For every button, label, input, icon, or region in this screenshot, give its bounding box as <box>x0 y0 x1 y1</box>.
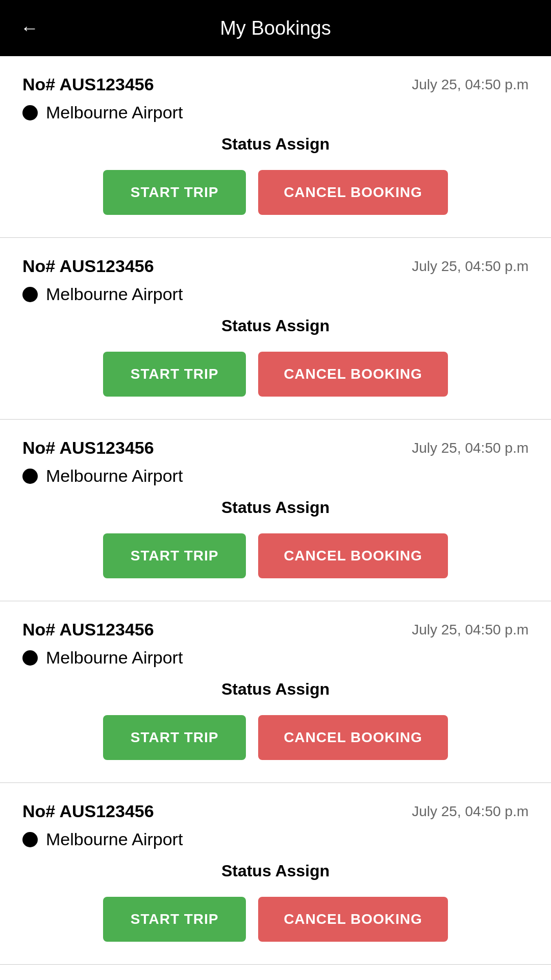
booking-location: Melbourne Airport <box>22 648 529 668</box>
location-dot-icon <box>22 469 38 484</box>
cancel-booking-button[interactable]: CANCEL BOOKING <box>258 533 448 578</box>
booking-number: No# AUS123456 <box>22 620 154 640</box>
start-trip-button[interactable]: START TRIP <box>103 170 246 215</box>
booking-status: Status Assign <box>22 680 529 699</box>
booking-location: Melbourne Airport <box>22 466 529 486</box>
booking-card-4: No# AUS123456 July 25, 04:50 p.m Melbour… <box>0 601 551 783</box>
booking-status: Status Assign <box>22 498 529 517</box>
page-title: My Bookings <box>220 17 331 39</box>
booking-number: No# AUS123456 <box>22 801 154 821</box>
bookings-list: No# AUS123456 July 25, 04:50 p.m Melbour… <box>0 56 551 965</box>
location-name: Melbourne Airport <box>46 648 183 668</box>
start-trip-button[interactable]: START TRIP <box>103 352 246 397</box>
location-dot-icon <box>22 832 38 847</box>
location-name: Melbourne Airport <box>46 829 183 849</box>
app-header: ← My Bookings <box>0 0 551 56</box>
booking-card-3: No# AUS123456 July 25, 04:50 p.m Melbour… <box>0 420 551 601</box>
booking-status: Status Assign <box>22 316 529 335</box>
booking-actions: START TRIP CANCEL BOOKING <box>22 897 529 942</box>
booking-datetime: July 25, 04:50 p.m <box>412 803 529 820</box>
booking-actions: START TRIP CANCEL BOOKING <box>22 715 529 760</box>
cancel-booking-button[interactable]: CANCEL BOOKING <box>258 352 448 397</box>
start-trip-button[interactable]: START TRIP <box>103 715 246 760</box>
cancel-booking-button[interactable]: CANCEL BOOKING <box>258 897 448 942</box>
booking-number: No# AUS123456 <box>22 438 154 458</box>
location-name: Melbourne Airport <box>46 103 183 122</box>
location-dot-icon <box>22 105 38 120</box>
booking-card-5: No# AUS123456 July 25, 04:50 p.m Melbour… <box>0 783 551 965</box>
start-trip-button[interactable]: START TRIP <box>103 897 246 942</box>
booking-datetime: July 25, 04:50 p.m <box>412 622 529 638</box>
booking-status: Status Assign <box>22 135 529 154</box>
location-name: Melbourne Airport <box>46 284 183 304</box>
booking-number: No# AUS123456 <box>22 256 154 276</box>
booking-actions: START TRIP CANCEL BOOKING <box>22 533 529 578</box>
location-dot-icon <box>22 650 38 666</box>
location-name: Melbourne Airport <box>46 466 183 486</box>
booking-top-row: No# AUS123456 July 25, 04:50 p.m <box>22 75 529 94</box>
booking-card-2: No# AUS123456 July 25, 04:50 p.m Melbour… <box>0 238 551 420</box>
booking-datetime: July 25, 04:50 p.m <box>412 77 529 93</box>
booking-datetime: July 25, 04:50 p.m <box>412 258 529 275</box>
start-trip-button[interactable]: START TRIP <box>103 533 246 578</box>
booking-actions: START TRIP CANCEL BOOKING <box>22 170 529 215</box>
booking-top-row: No# AUS123456 July 25, 04:50 p.m <box>22 801 529 821</box>
cancel-booking-button[interactable]: CANCEL BOOKING <box>258 170 448 215</box>
booking-top-row: No# AUS123456 July 25, 04:50 p.m <box>22 256 529 276</box>
booking-location: Melbourne Airport <box>22 103 529 122</box>
booking-actions: START TRIP CANCEL BOOKING <box>22 352 529 397</box>
booking-location: Melbourne Airport <box>22 284 529 304</box>
booking-number: No# AUS123456 <box>22 75 154 94</box>
booking-card-1: No# AUS123456 July 25, 04:50 p.m Melbour… <box>0 56 551 238</box>
back-button[interactable]: ← <box>20 19 39 37</box>
booking-status: Status Assign <box>22 862 529 880</box>
cancel-booking-button[interactable]: CANCEL BOOKING <box>258 715 448 760</box>
location-dot-icon <box>22 287 38 302</box>
booking-top-row: No# AUS123456 July 25, 04:50 p.m <box>22 620 529 640</box>
booking-datetime: July 25, 04:50 p.m <box>412 440 529 456</box>
booking-top-row: No# AUS123456 July 25, 04:50 p.m <box>22 438 529 458</box>
booking-location: Melbourne Airport <box>22 829 529 849</box>
